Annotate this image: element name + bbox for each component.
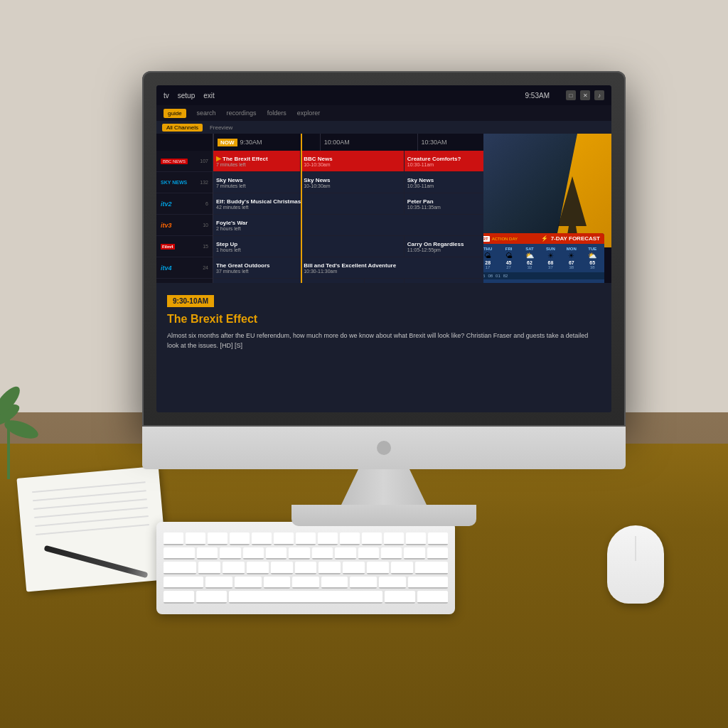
nav-guide[interactable]: guide	[164, 109, 186, 118]
channel-item-ovie[interactable]: OVIE	[156, 279, 213, 283]
key[interactable]	[417, 591, 448, 604]
mouse	[607, 525, 664, 604]
minimize-button[interactable]: □	[566, 90, 576, 100]
key[interactable]	[197, 547, 218, 560]
key[interactable]	[266, 547, 287, 560]
key[interactable]	[381, 547, 402, 560]
program-cell[interactable]: Elf: Buddy's Musical Christmas 42 minute…	[213, 193, 405, 214]
key[interactable]	[274, 532, 294, 545]
key[interactable]	[312, 547, 333, 560]
key[interactable]	[164, 591, 194, 604]
key[interactable]	[406, 532, 426, 545]
channel-number: 15	[203, 244, 208, 249]
key[interactable]	[340, 532, 360, 545]
program-time-left: 37 minutes left	[216, 269, 297, 274]
program-title: Sky News	[304, 177, 401, 183]
channel-item-film4[interactable]: Film4 15	[156, 236, 213, 257]
key[interactable]	[264, 577, 291, 589]
key[interactable]	[343, 562, 365, 574]
key[interactable]	[350, 577, 377, 589]
key[interactable]	[196, 591, 227, 604]
key[interactable]	[292, 577, 319, 589]
key[interactable]	[379, 577, 406, 589]
program-cell[interactable]: Sky News 10-10:30am	[301, 172, 405, 193]
key[interactable]	[252, 532, 272, 545]
key[interactable]	[318, 532, 338, 545]
program-cell[interactable]: BBC News 10-10:30am	[301, 151, 405, 171]
program-cell[interactable]: Sky News 7 minutes left	[213, 172, 301, 193]
key[interactable]	[164, 532, 183, 545]
program-cell[interactable]: ▶The Brexit Effect 7 minutes left	[213, 151, 301, 171]
key[interactable]	[321, 577, 348, 589]
key[interactable]	[295, 562, 317, 574]
key[interactable]	[205, 577, 232, 589]
key[interactable]	[223, 562, 245, 574]
key[interactable]	[404, 547, 424, 560]
nav-search[interactable]: search	[197, 109, 216, 117]
key[interactable]	[385, 591, 415, 604]
key[interactable]	[335, 547, 355, 560]
filter-all-channels[interactable]: All Channels	[162, 124, 203, 132]
key[interactable]	[427, 547, 448, 560]
nav-folders[interactable]: folders	[267, 109, 287, 117]
channel-item-bbc[interactable]: BBC NEWS 107	[156, 151, 213, 172]
key[interactable]	[289, 547, 309, 560]
key[interactable]	[318, 562, 341, 574]
key[interactable]	[367, 562, 389, 574]
menu-setup[interactable]: setup	[178, 92, 195, 100]
key[interactable]	[235, 577, 262, 589]
program-cell[interactable]: A Dog's Tale At Christmas	[213, 279, 365, 283]
weather-day-sun: SUN ☀ 68 37	[541, 247, 560, 269]
filter-freeview[interactable]: Freeview	[210, 124, 232, 131]
key[interactable]	[271, 562, 293, 574]
key[interactable]	[243, 547, 264, 560]
key[interactable]	[220, 547, 240, 560]
spacebar-key[interactable]	[229, 591, 382, 604]
key[interactable]	[391, 562, 413, 574]
menu-tv[interactable]: tv	[164, 92, 169, 100]
key[interactable]	[384, 532, 404, 545]
temp-high: 28	[483, 260, 498, 265]
key[interactable]	[164, 547, 195, 560]
menu-exit[interactable]: exit	[203, 92, 215, 100]
key[interactable]	[296, 532, 316, 545]
weather-icon-mon: ☀	[562, 252, 581, 259]
key[interactable]	[358, 547, 379, 560]
program-cell[interactable]: The Great Outdoors 37 minutes left	[213, 257, 301, 278]
program-title: Elf: Buddy's Musical Christmas	[216, 198, 401, 205]
key[interactable]	[247, 562, 269, 574]
key[interactable]	[164, 577, 203, 589]
key[interactable]	[164, 562, 196, 574]
close-button[interactable]: ✕	[580, 90, 590, 100]
channel-item-itv2[interactable]: itv2 6	[156, 193, 213, 215]
weather-widget: FIRST ALERT ACTION DAY ⚡ 7-DAY FORECAST …	[483, 233, 604, 283]
key[interactable]	[408, 577, 448, 589]
channel-sidebar: BBC NEWS 107 SKY NEWS 132 itv2 6 itv3	[156, 134, 213, 283]
channel-number: 6	[205, 201, 208, 206]
weather-header: FIRST ALERT ACTION DAY ⚡ 7-DAY FORECAST	[483, 233, 604, 244]
channel-item-skynews[interactable]: SKY NEWS 132	[156, 172, 213, 193]
key[interactable]	[186, 532, 205, 545]
key[interactable]	[362, 532, 382, 545]
weather-day-sat: SAT ⛅ 62 32	[520, 247, 539, 269]
key[interactable]	[208, 532, 228, 545]
program-time-left: 7 minutes left	[216, 183, 297, 188]
temp-low: 37	[541, 265, 560, 269]
selected-program-title: The Brexit Effect	[167, 313, 601, 326]
key[interactable]	[230, 532, 250, 545]
program-cell[interactable]: Sony M	[365, 279, 405, 283]
channel-item-itv4[interactable]: itv4 24	[156, 257, 213, 279]
music-button[interactable]: ♪	[594, 90, 604, 100]
key[interactable]	[198, 562, 220, 574]
key[interactable]	[415, 562, 448, 574]
key[interactable]	[428, 532, 448, 545]
nav-recordings[interactable]: recordings	[227, 109, 257, 117]
weather-days-container: WED 🌧 80 23 THU 🌤 28	[483, 244, 604, 272]
temp-low: 27	[499, 265, 518, 269]
channel-number: 132	[200, 180, 208, 185]
program-cell[interactable]: Step Up 1 hours left	[213, 236, 405, 257]
channel-item-itv3[interactable]: itv3 10	[156, 215, 213, 236]
nav-explorer[interactable]: explorer	[297, 109, 321, 117]
current-time: 9:53AM	[525, 92, 550, 100]
now-time: 9:30AM	[240, 139, 262, 146]
